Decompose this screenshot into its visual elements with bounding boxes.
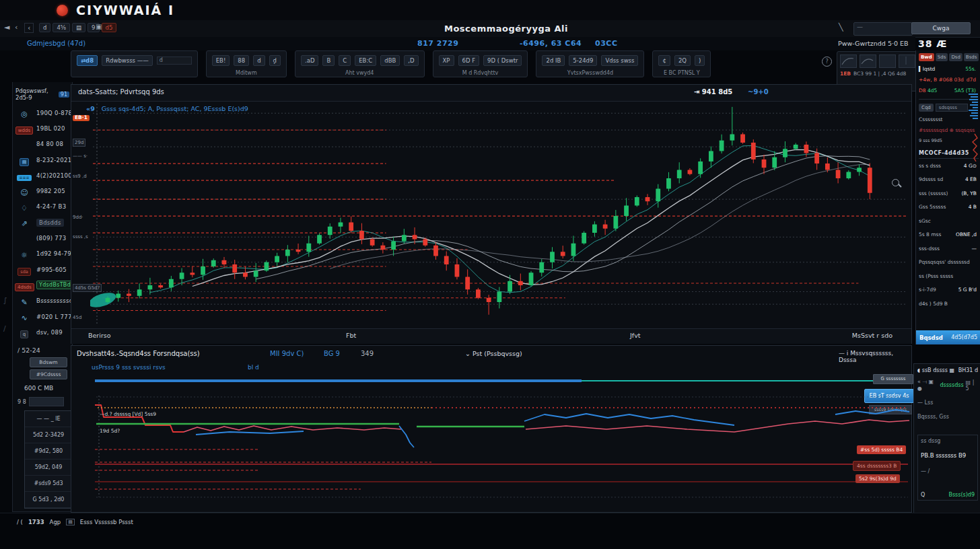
log-toolbar-icons[interactable]: « ⟞ ▣ ● xyxy=(917,379,938,392)
market-filter-chip[interactable]: Cqd xyxy=(919,104,934,112)
sidebar-draw-icon[interactable]: ∫ xyxy=(3,296,7,305)
market-kv-row[interactable]: sGsc xyxy=(919,214,979,228)
indicator-dropdown[interactable]: ⌄ Pst (Pssbqvssg) xyxy=(465,350,522,357)
market-kv-row[interactable]: ss s dsss4 G⊙ xyxy=(919,159,979,173)
toolbar-button[interactable]: Rdwbwsss —— xyxy=(102,55,153,66)
search-input[interactable]: — xyxy=(853,22,913,36)
chart-thumbnail-2[interactable] xyxy=(860,54,876,68)
back-icon[interactable]: ◄ xyxy=(4,23,9,32)
market-tab-3[interactable]: Dsd xyxy=(949,53,962,61)
watchlist-row[interactable]: 84 80 08 xyxy=(13,137,72,152)
quote-list-item[interactable]: 5d2 2-3429 xyxy=(25,427,72,443)
history-back-icon[interactable]: ‹ xyxy=(24,23,34,33)
quote-list-item[interactable]: 59d2, 049 xyxy=(25,460,72,476)
market-kv-row[interactable]: sss-dsss— xyxy=(919,242,979,256)
market-kv-row[interactable]: ss (Psss sssss xyxy=(919,269,979,283)
quote-list-item[interactable]: #sds9 5d3 xyxy=(25,476,72,492)
toolbar-button[interactable]: EB! xyxy=(212,55,230,66)
watchlist-row[interactable]: ☼1d92 94-790 xyxy=(13,246,72,262)
market-kv-row[interactable]: s-i-7d95 G B'd xyxy=(919,283,979,297)
toolbar-button[interactable]: B xyxy=(322,55,335,66)
toolbar-button[interactable]: ¢ xyxy=(658,55,670,66)
market-filter-input[interactable]: sdsqsss xyxy=(936,104,968,112)
toolbar-button[interactable]: dBB xyxy=(380,55,400,66)
watchlist-row[interactable]: ◎190Q 0-878 xyxy=(13,105,72,120)
market-kv-row[interactable]: 9dssss sd4 EB xyxy=(919,173,979,187)
news-link[interactable]: Gdmjesbgd (47d) xyxy=(27,40,85,47)
key-badge-icon[interactable]: q xyxy=(15,326,34,338)
alert-badge-icon[interactable]: 4dsds xyxy=(15,279,34,291)
market-kv-row[interactable]: Gss 5sssss4 B xyxy=(919,200,979,215)
watchlist-row[interactable]: ∿#020 L 777 xyxy=(13,309,72,324)
help-icon[interactable]: ? xyxy=(822,57,832,67)
market-kv-row[interactable]: Pqssqsqss' dssssssd xyxy=(919,256,979,270)
toolbar-button[interactable]: 5-24d9 xyxy=(569,55,597,66)
watchlist-row[interactable]: qdsv, 089 xyxy=(13,324,72,340)
chart-thumbnail-3[interactable] xyxy=(879,54,896,68)
indicator-link-2[interactable]: BG 9 xyxy=(324,350,340,357)
watchlist-row[interactable]: ⇗Bdsdds xyxy=(13,215,72,230)
indicator-link-1[interactable]: MII 9dv C) xyxy=(270,350,304,357)
trade-button[interactable]: Bqsdsd 4d5(d7d5 xyxy=(916,330,980,344)
watchlist-button-1[interactable]: Bdswm xyxy=(30,357,67,367)
toolbar-button[interactable]: 88 xyxy=(234,55,249,66)
watchlist-row[interactable]: ☺9982 205 xyxy=(13,183,72,198)
watchlist-row[interactable]: ♢4-24-7 B3 xyxy=(13,199,72,215)
toolbar-button[interactable]: XP xyxy=(439,55,454,66)
toolbar-button[interactable]: 9D ( Dswtr xyxy=(483,55,522,66)
toolbar-button[interactable]: ⇄d8 xyxy=(77,55,98,66)
watchlist-row[interactable]: ≡≡≡4(2)2021000 xyxy=(13,168,72,183)
watchlist-row[interactable]: (809) 773 xyxy=(13,230,72,246)
quote-list-item[interactable]: G 5d3 , 2d0 xyxy=(25,492,72,508)
alert-badge-2[interactable]: 4ss dsssssss3 B xyxy=(853,461,901,471)
market-tab-2[interactable]: Sds xyxy=(936,53,948,61)
watchlist-button-2[interactable]: #9Cdssss xyxy=(30,369,67,379)
chart-thumbnail-1[interactable] xyxy=(840,54,857,68)
alert-badge-icon[interactable]: wdds xyxy=(15,122,34,135)
toolbar-button[interactable]: ,D xyxy=(404,55,418,66)
toolbar-button[interactable]: EB:C xyxy=(355,55,376,66)
indicator-sub-link-2[interactable]: bl d xyxy=(248,364,259,371)
quote-list-item[interactable]: #9d2, 580 xyxy=(25,443,72,460)
toolbar-button[interactable]: 2d IB xyxy=(542,55,565,66)
chart-thumbnail-4[interactable] xyxy=(899,54,915,68)
watchlist-row[interactable]: wdds19BL 020 xyxy=(13,120,72,136)
alert-badge-1[interactable]: #ss 5d) sssss B4 xyxy=(857,445,906,454)
indicator-chart[interactable] xyxy=(95,394,911,499)
indicator-right-label[interactable]: — i Mssvsqssssss, Dsssa xyxy=(839,350,911,363)
alert-badge-3[interactable]: 5s2 9s(3s)d 9d xyxy=(855,474,900,483)
market-kv-row[interactable]: sss (ssssss)(B, YB xyxy=(919,186,979,200)
quick-button-3[interactable]: ▤ xyxy=(72,23,85,32)
search-button[interactable]: Cwga xyxy=(911,22,971,34)
page-icon[interactable]: ▣ xyxy=(96,23,102,30)
quick-button-2[interactable]: 4⅝ xyxy=(53,23,70,32)
log-toolbar-tail[interactable]: ▤ | 5 xyxy=(966,379,978,392)
indicator-link-3[interactable]: 349 xyxy=(361,350,374,357)
market-tab-1[interactable]: Bwd xyxy=(919,53,934,61)
watchlist-row[interactable]: sda#995-605 xyxy=(13,262,72,277)
quick-button-5[interactable]: d5 xyxy=(102,23,117,32)
toolbar-button[interactable]: ) xyxy=(695,55,705,66)
toolbar-button[interactable]: 2Q xyxy=(674,55,691,66)
watchlist-row[interactable]: ▤8-232-2021 xyxy=(13,152,72,168)
quote-list-item[interactable]: — — _ lE xyxy=(25,411,72,427)
log-box-green-link[interactable]: Bsss(s)d9 xyxy=(948,492,975,498)
candlestick-chart[interactable] xyxy=(90,100,910,328)
pen-tool-icon[interactable]: ╲ xyxy=(839,23,843,32)
indicator-gray-badge[interactable]: G ssssssss xyxy=(873,374,913,384)
toolbar-button[interactable]: d xyxy=(253,55,265,66)
back2-icon[interactable]: ‹ xyxy=(15,23,18,32)
toolbar-button[interactable]: .aD xyxy=(301,55,318,66)
market-kv-row[interactable]: 5s 8 mssOBNE ,d xyxy=(919,228,979,242)
sidebar-line-icon[interactable]: / xyxy=(3,324,6,333)
toolbar-button[interactable]: Vdss swss xyxy=(601,55,638,66)
quick-button-1[interactable]: d xyxy=(39,23,50,32)
toolbar-input[interactable]: d xyxy=(157,57,192,65)
toolbar-button[interactable]: 6D F xyxy=(458,55,480,66)
watchlist-row[interactable]: 4dsdsYdsdBsTBd xyxy=(13,277,72,293)
watchlist-mini-icons[interactable]: 9 8 xyxy=(18,399,26,405)
market-tab-4[interactable]: Bsds xyxy=(964,53,979,61)
zoom-icon[interactable] xyxy=(892,179,899,186)
watchlist-row[interactable]: ✎Bsssssssssds xyxy=(13,293,72,309)
watchlist-filter-input[interactable] xyxy=(29,397,64,406)
